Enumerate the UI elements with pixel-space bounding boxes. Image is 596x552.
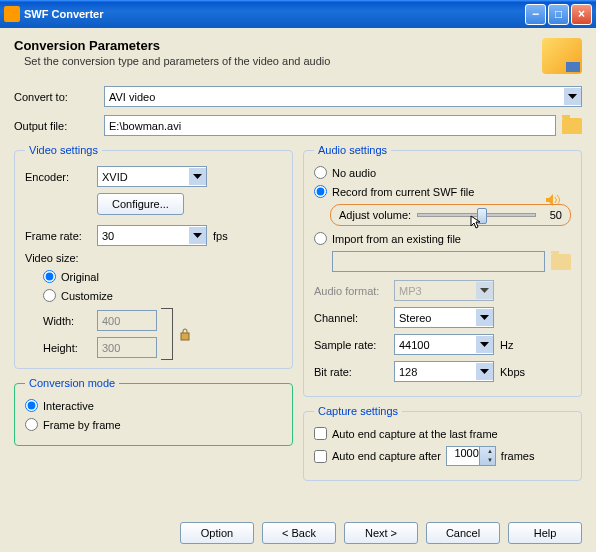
cancel-button[interactable]: Cancel	[426, 522, 500, 544]
next-button[interactable]: Next >	[344, 522, 418, 544]
back-button[interactable]: < Back	[262, 522, 336, 544]
auto-end-after-label: Auto end capture after	[332, 450, 441, 462]
hz-label: Hz	[500, 339, 513, 351]
output-file-label: Output file:	[14, 120, 104, 132]
channel-dropdown[interactable]: Stereo	[394, 307, 494, 328]
bitrate-dropdown[interactable]: 128	[394, 361, 494, 382]
browse-folder-icon[interactable]	[562, 118, 582, 134]
volume-box: Adjust volume: 50	[330, 204, 571, 226]
record-label: Record from current SWF file	[332, 186, 474, 198]
frame-by-frame-radio[interactable]	[25, 418, 38, 431]
volume-slider[interactable]	[417, 213, 536, 217]
convert-to-dropdown[interactable]: AVI video	[104, 86, 582, 107]
audio-format-dropdown: MP3	[394, 280, 494, 301]
auto-end-last-label: Auto end capture at the last frame	[332, 428, 498, 440]
convert-to-label: Convert to:	[14, 91, 104, 103]
interactive-label: Interactive	[43, 400, 94, 412]
customize-radio[interactable]	[43, 289, 56, 302]
adjust-volume-label: Adjust volume:	[339, 209, 411, 221]
capture-settings-group: Capture settings Auto end capture at the…	[303, 405, 582, 481]
frames-label: frames	[501, 450, 535, 462]
page-title: Conversion Parameters	[14, 38, 542, 53]
sample-rate-label: Sample rate:	[314, 339, 394, 351]
close-button[interactable]: ×	[571, 4, 592, 25]
capture-settings-legend: Capture settings	[314, 405, 402, 417]
title-bar: SWF Converter − □ ×	[0, 0, 596, 28]
auto-end-last-checkbox[interactable]	[314, 427, 327, 440]
framerate-label: Frame rate:	[25, 230, 97, 242]
page-header: Conversion Parameters Set the conversion…	[14, 38, 582, 74]
auto-end-after-checkbox[interactable]	[314, 450, 327, 463]
interactive-radio[interactable]	[25, 399, 38, 412]
height-label: Height:	[43, 342, 97, 354]
conversion-mode-legend: Conversion mode	[25, 377, 119, 389]
frame-by-frame-label: Frame by frame	[43, 419, 121, 431]
import-file-input	[332, 251, 545, 272]
configure-button[interactable]: Configure...	[97, 193, 184, 215]
kbps-label: Kbps	[500, 366, 525, 378]
video-settings-group: Video settings Encoder: XVID Configure..…	[14, 144, 293, 369]
height-input	[97, 337, 157, 358]
output-file-input[interactable]	[104, 115, 556, 136]
bitrate-label: Bit rate:	[314, 366, 394, 378]
fps-label: fps	[213, 230, 228, 242]
lock-icon[interactable]	[179, 327, 191, 341]
original-label: Original	[61, 271, 99, 283]
header-icon	[542, 38, 582, 74]
audio-format-label: Audio format:	[314, 285, 394, 297]
video-settings-legend: Video settings	[25, 144, 102, 156]
audio-settings-legend: Audio settings	[314, 144, 391, 156]
button-bar: Option < Back Next > Cancel Help	[180, 522, 582, 544]
conversion-mode-group: Conversion mode Interactive Frame by fra…	[14, 377, 293, 446]
framerate-dropdown[interactable]: 30	[97, 225, 207, 246]
audio-settings-group: Audio settings No audio Record from curr…	[303, 144, 582, 397]
channel-label: Channel:	[314, 312, 394, 324]
aspect-bracket	[161, 308, 173, 360]
volume-value: 50	[542, 209, 562, 221]
no-audio-label: No audio	[332, 167, 376, 179]
original-radio[interactable]	[43, 270, 56, 283]
help-button[interactable]: Help	[508, 522, 582, 544]
volume-thumb[interactable]	[477, 208, 487, 224]
app-icon	[4, 6, 20, 22]
window-title: SWF Converter	[24, 8, 103, 20]
width-label: Width:	[43, 315, 97, 327]
video-size-label: Video size:	[25, 252, 282, 264]
customize-label: Customize	[61, 290, 113, 302]
page-subtitle: Set the conversion type and parameters o…	[24, 55, 542, 67]
no-audio-radio[interactable]	[314, 166, 327, 179]
frames-spinner[interactable]: 1000	[446, 446, 496, 466]
sample-rate-dropdown[interactable]: 44100	[394, 334, 494, 355]
import-browse-icon	[551, 254, 571, 270]
option-button[interactable]: Option	[180, 522, 254, 544]
record-radio[interactable]	[314, 185, 327, 198]
import-radio[interactable]	[314, 232, 327, 245]
maximize-button[interactable]: □	[548, 4, 569, 25]
encoder-dropdown[interactable]: XVID	[97, 166, 207, 187]
width-input	[97, 310, 157, 331]
encoder-label: Encoder:	[25, 171, 97, 183]
minimize-button[interactable]: −	[525, 4, 546, 25]
svg-rect-0	[181, 333, 189, 340]
import-label: Import from an existing file	[332, 233, 461, 245]
